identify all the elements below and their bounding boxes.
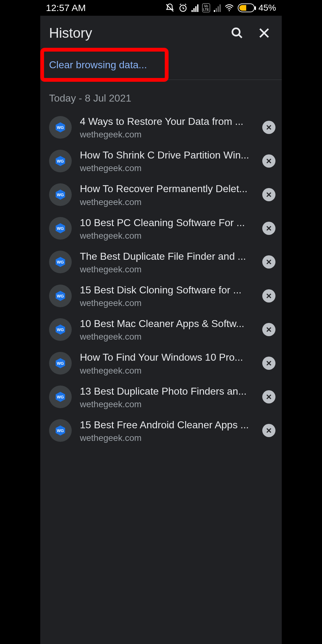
history-item[interactable]: WG 15 Best Free Android Cleaner Apps ...… — [40, 414, 282, 447]
svg-text:WG: WG — [57, 294, 64, 298]
history-item-text: 15 Best Free Android Cleaner Apps ... we… — [80, 418, 254, 443]
svg-text:WG: WG — [57, 192, 64, 197]
app-header: History — [40, 16, 282, 50]
history-item-domain: wethegeek.com — [80, 298, 254, 308]
svg-point-2 — [229, 10, 230, 11]
history-item[interactable]: WG 13 Best Duplicate Photo Finders an...… — [40, 380, 282, 414]
history-item-domain: wethegeek.com — [80, 399, 254, 409]
history-item-domain: wethegeek.com — [80, 130, 254, 140]
favicon: WG — [49, 183, 72, 206]
signal-sim1-icon — [192, 4, 198, 12]
favicon: WG — [49, 251, 72, 273]
svg-text:WG: WG — [57, 226, 64, 231]
delete-history-item-button[interactable] — [262, 357, 275, 370]
svg-text:WG: WG — [57, 159, 64, 164]
close-button[interactable] — [255, 24, 273, 42]
delete-history-item-button[interactable] — [262, 121, 275, 134]
close-icon — [258, 27, 270, 39]
delete-history-item-button[interactable] — [262, 154, 275, 168]
wifi-icon — [225, 3, 234, 13]
delete-history-item-button[interactable] — [262, 424, 275, 437]
status-bar: 12:57 AM VoLTE 45% — [40, 0, 282, 16]
history-item-title: How To Find Your Windows 10 Pro... — [80, 351, 254, 364]
delete-history-item-button[interactable] — [262, 222, 275, 235]
history-item[interactable]: WG 10 Best Mac Cleaner Apps & Softw... w… — [40, 313, 282, 346]
history-item-domain: wethegeek.com — [80, 366, 254, 376]
history-item-domain: wethegeek.com — [80, 264, 254, 275]
history-item-title: The Best Duplicate File Finder and ... — [80, 250, 254, 263]
date-header: Today - 8 Jul 2021 — [40, 80, 282, 110]
history-item-text: How To Shrink C Drive Partition Win... w… — [80, 148, 254, 173]
history-item[interactable]: WG 15 Best Disk Cloning Software for ...… — [40, 279, 282, 313]
delete-history-item-button[interactable] — [262, 188, 275, 201]
delete-history-item-button[interactable] — [262, 390, 275, 403]
favicon: WG — [49, 419, 72, 442]
history-item-text: How To Recover Permanently Delet... weth… — [80, 182, 254, 207]
history-item[interactable]: WG The Best Duplicate File Finder and ..… — [40, 245, 282, 279]
svg-text:WG: WG — [57, 361, 64, 366]
page-title: History — [49, 25, 219, 41]
battery-percent: 45% — [258, 3, 276, 13]
alarm-icon — [178, 3, 188, 13]
history-item-domain: wethegeek.com — [80, 163, 254, 173]
favicon: WG — [49, 352, 72, 375]
history-item[interactable]: WG 4 Ways to Restore Your Data from ... … — [40, 110, 282, 144]
history-item[interactable]: WG 10 Best PC Cleaning Software For ... … — [40, 212, 282, 245]
favicon: WG — [49, 116, 72, 139]
favicon: WG — [49, 318, 72, 341]
notifications-off-icon — [165, 3, 175, 13]
history-item-title: 10 Best PC Cleaning Software For ... — [80, 216, 254, 230]
history-item-domain: wethegeek.com — [80, 332, 254, 342]
history-list: WG 4 Ways to Restore Your Data from ... … — [40, 110, 282, 447]
history-item-title: How To Recover Permanently Delet... — [80, 182, 254, 196]
clear-browsing-data-button[interactable]: Clear browsing data... — [40, 50, 156, 80]
delete-history-item-button[interactable] — [262, 289, 275, 303]
svg-text:WG: WG — [57, 260, 64, 264]
history-item-domain: wethegeek.com — [80, 197, 254, 207]
history-item[interactable]: WG How To Find Your Windows 10 Pro... we… — [40, 346, 282, 380]
favicon: WG — [49, 285, 72, 307]
search-icon — [231, 27, 243, 39]
history-item[interactable]: WG How To Shrink C Drive Partition Win..… — [40, 144, 282, 178]
history-item-text: 10 Best PC Cleaning Software For ... wet… — [80, 216, 254, 241]
svg-text:WG: WG — [57, 327, 64, 332]
history-item-text: 4 Ways to Restore Your Data from ... wet… — [80, 115, 254, 140]
svg-text:WG: WG — [57, 125, 64, 130]
svg-point-3 — [232, 28, 240, 36]
history-item-text: 13 Best Duplicate Photo Finders an... we… — [80, 385, 254, 409]
battery-icon — [238, 3, 255, 12]
history-item-text: 15 Best Disk Cloning Software for ... we… — [80, 283, 254, 308]
history-item-title: 15 Best Disk Cloning Software for ... — [80, 283, 254, 297]
history-item-title: How To Shrink C Drive Partition Win... — [80, 148, 254, 162]
history-item-domain: wethegeek.com — [80, 231, 254, 241]
clear-data-row: Clear browsing data... — [40, 50, 282, 80]
clock: 12:57 AM — [46, 3, 86, 13]
volte-icon: VoLTE — [202, 3, 210, 12]
svg-text:WG: WG — [57, 395, 64, 399]
favicon: WG — [49, 386, 72, 408]
delete-history-item-button[interactable] — [262, 323, 275, 336]
delete-history-item-button[interactable] — [262, 255, 275, 269]
favicon: WG — [49, 150, 72, 172]
svg-text:WG: WG — [57, 428, 64, 433]
signal-sim2-icon — [214, 4, 221, 12]
favicon: WG — [49, 217, 72, 240]
history-item-title: 15 Best Free Android Cleaner Apps ... — [80, 418, 254, 432]
history-item-text: 10 Best Mac Cleaner Apps & Softw... weth… — [80, 317, 254, 342]
history-item-title: 13 Best Duplicate Photo Finders an... — [80, 385, 254, 398]
history-item-title: 10 Best Mac Cleaner Apps & Softw... — [80, 317, 254, 330]
history-item-text: The Best Duplicate File Finder and ... w… — [80, 250, 254, 275]
svg-line-4 — [239, 35, 242, 38]
history-item-title: 4 Ways to Restore Your Data from ... — [80, 115, 254, 128]
status-icons: VoLTE 45% — [165, 3, 276, 13]
history-item-domain: wethegeek.com — [80, 433, 254, 443]
history-item-text: How To Find Your Windows 10 Pro... wethe… — [80, 351, 254, 375]
history-item[interactable]: WG How To Recover Permanently Delet... w… — [40, 178, 282, 211]
search-button[interactable] — [228, 24, 246, 42]
